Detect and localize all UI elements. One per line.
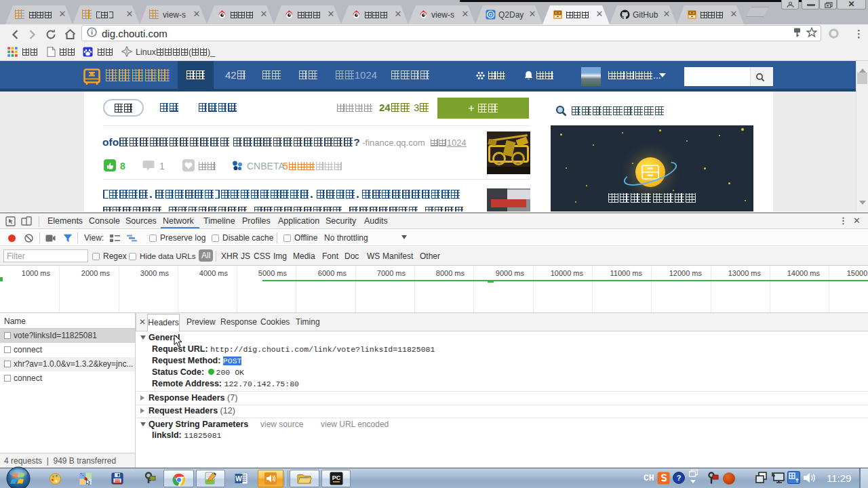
svg-text:?: ?	[677, 474, 682, 482]
svg-text:PC: PC	[332, 474, 341, 481]
svg-text:W: W	[235, 475, 242, 483]
